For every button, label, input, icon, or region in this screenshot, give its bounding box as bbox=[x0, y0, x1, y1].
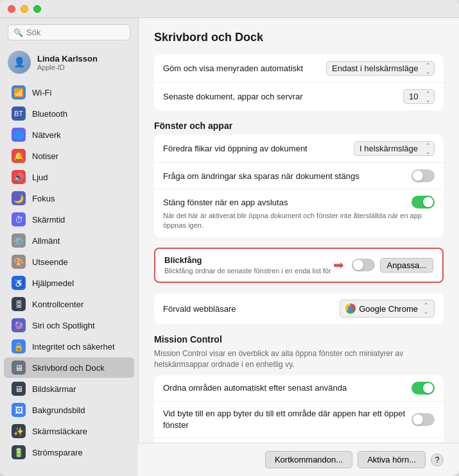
main-content: Skrivbord och Dock Göm och visa menyrade… bbox=[138, 18, 459, 443]
minimize-button[interactable] bbox=[21, 5, 28, 13]
sidebar-item-stromsparare[interactable]: 🔋 Strömsparare bbox=[4, 442, 134, 463]
blickfang-toggle[interactable] bbox=[352, 259, 375, 271]
sidebar-item-skrivbord[interactable]: 🖥 Skrivbord och Dock bbox=[4, 357, 134, 378]
sidebar-item-ljud[interactable]: 🔊 Ljud bbox=[4, 167, 134, 187]
sidebar-label-fokus: Fokus bbox=[32, 194, 55, 203]
sidebar-item-skarmtid[interactable]: ⏱ Skärmtid bbox=[4, 209, 134, 230]
blickfang-label: Blickfång bbox=[164, 255, 331, 265]
foredra-select-wrapper[interactable]: I helskärmsläge Alltid Manuellt ⌃⌄ bbox=[354, 141, 435, 156]
sidebar-label-skarmtid: Skärmtid bbox=[32, 215, 65, 225]
sidebar-item-siri[interactable]: 🔮 Siri och Spotlight bbox=[4, 315, 134, 336]
close-button[interactable] bbox=[8, 5, 15, 13]
fraga-toggle[interactable] bbox=[411, 169, 435, 182]
menubar-label: Göm och visa menyraden automatiskt bbox=[163, 64, 303, 73]
browser-value-text: Google Chrome bbox=[359, 304, 418, 314]
search-input[interactable] bbox=[26, 28, 125, 37]
integritet-icon: 🔒 bbox=[12, 339, 26, 353]
foredra-select[interactable]: I helskärmsläge Alltid Manuellt bbox=[354, 141, 435, 156]
avatar: 👤 bbox=[8, 51, 31, 74]
browser-row: Förvald webbläsare Google Chrome ⌃⌄ bbox=[154, 293, 444, 324]
mission-control-desc: Mission Control visar en överblick av al… bbox=[154, 348, 444, 370]
sidebar-nav: 📶 Wi-Fi BT Bluetooth 🌐 Nätverk 🔔 Notiser… bbox=[0, 81, 138, 463]
hjalpmedel-icon: ♿ bbox=[12, 276, 26, 290]
sidebar-item-allman[interactable]: ⚙️ Allmänt bbox=[4, 230, 134, 251]
sidebar-item-fokus[interactable]: 🌙 Fokus bbox=[4, 188, 134, 208]
vid-byte-row: Vid byte till en app byter du till ett o… bbox=[154, 401, 444, 438]
stang-toggle[interactable] bbox=[411, 196, 435, 208]
bottom-bar: Kortkommandon... Aktiva hörn... ? bbox=[138, 443, 459, 476]
foredra-label: Föredra flikar vid öppning av dokument bbox=[163, 144, 307, 153]
kortkommandon-button[interactable]: Kortkommandon... bbox=[265, 451, 352, 468]
sidebar-item-natverk[interactable]: 🌐 Nätverk bbox=[4, 124, 134, 145]
bluetooth-icon: BT bbox=[12, 106, 26, 121]
chevron-down-icon4: ⌃⌄ bbox=[424, 302, 429, 315]
strom-icon: 🔋 bbox=[12, 445, 26, 459]
sidebar-label-integritet: Integritet och säkerhet bbox=[32, 342, 115, 352]
arrow-icon: ➡ bbox=[333, 257, 344, 273]
browser-select[interactable]: Google Chrome ⌃⌄ bbox=[340, 300, 435, 318]
top-settings-group: Göm och visa menyraden automatiskt Endas… bbox=[154, 55, 444, 110]
ordna-toggle[interactable] bbox=[411, 382, 435, 395]
menubar-select[interactable]: Endast i helskärmsläge Alltid Aldrig bbox=[326, 61, 435, 76]
anpassa-button[interactable]: Anpassa... bbox=[380, 258, 433, 273]
sidebar-label-skarmslackare: Skärmsläckare bbox=[32, 427, 87, 436]
sidebar-item-bildskarm[interactable]: 🖥 Bildskärmar bbox=[4, 378, 134, 399]
sidebar-label-skrivbord: Skrivbord och Dock bbox=[32, 363, 105, 373]
sidebar-item-wifi[interactable]: 📶 Wi-Fi bbox=[4, 82, 134, 103]
user-name: Linda Karlsson bbox=[37, 54, 98, 64]
recent-docs-select[interactable]: 10 5 15 20 bbox=[403, 89, 435, 104]
blickfang-top: Blickfång Blickfång ordnar de senaste fö… bbox=[164, 255, 433, 275]
recent-docs-label: Senaste dokument, appar och servrar bbox=[163, 92, 303, 101]
menubar-select-wrapper[interactable]: Endast i helskärmsläge Alltid Aldrig ⌃⌄ bbox=[326, 61, 435, 76]
question-mark-icon: ? bbox=[435, 455, 440, 464]
maximize-button[interactable] bbox=[33, 5, 41, 13]
sidebar: 🔍 👤 Linda Karlsson Apple-ID 📶 Wi-Fi bbox=[0, 18, 138, 476]
sidebar-item-skarmslackare[interactable]: ✨ Skärmsläckare bbox=[4, 421, 134, 441]
network-icon: 🌐 bbox=[12, 128, 26, 142]
sidebar-item-hjalpmedel[interactable]: ♿ Hjälpmedel bbox=[4, 273, 134, 293]
main-window: 🔍 👤 Linda Karlsson Apple-ID 📶 Wi-Fi bbox=[0, 0, 459, 476]
sidebar-label-siri: Siri och Spotlight bbox=[32, 321, 95, 330]
sidebar-label-ljud: Ljud bbox=[32, 173, 48, 182]
sidebar-label-stromsparare: Strömsparare bbox=[32, 448, 83, 457]
allman-icon: ⚙️ bbox=[12, 234, 26, 248]
ljud-icon: 🔊 bbox=[12, 170, 26, 184]
sidebar-item-utseende[interactable]: 🎨 Utseende bbox=[4, 251, 134, 272]
search-icon: 🔍 bbox=[13, 28, 23, 37]
fraga-label: Fråga om ändringar ska sparas när dokume… bbox=[163, 171, 359, 181]
blickfang-text: Blickfång Blickfång ordnar de senaste fö… bbox=[164, 255, 331, 275]
vid-byte-toggle[interactable] bbox=[411, 413, 435, 426]
bakgrund-icon: 🖼 bbox=[12, 403, 26, 417]
search-bar[interactable]: 🔍 bbox=[8, 24, 130, 40]
gruppera-row: Gruppera fönster efter app bbox=[154, 438, 444, 443]
browser-label: Förvald webbläsare bbox=[163, 304, 236, 314]
sidebar-item-bakgrundsbild[interactable]: 🖼 Bakgrundsbild bbox=[4, 400, 134, 420]
sidebar-label-utseende: Utseende bbox=[32, 257, 68, 267]
bildskarm-icon: 🖥 bbox=[12, 382, 26, 396]
user-info: Linda Karlsson Apple-ID bbox=[37, 54, 98, 71]
vid-byte-label: Vid byte till en app byter du till ett o… bbox=[163, 408, 407, 431]
skrivbord-icon: 🖥 bbox=[12, 361, 26, 375]
fraga-row: Fråga om ändringar ska sparas när dokume… bbox=[154, 162, 444, 189]
menubar-row: Göm och visa menyraden automatiskt Endas… bbox=[154, 55, 444, 82]
aktiva-horn-button[interactable]: Aktiva hörn... bbox=[358, 451, 426, 468]
help-button[interactable]: ? bbox=[431, 454, 444, 466]
user-sub: Apple-ID bbox=[37, 64, 98, 71]
content-area: 🔍 👤 Linda Karlsson Apple-ID 📶 Wi-Fi bbox=[0, 18, 459, 476]
recent-docs-row: Senaste dokument, appar och servrar 10 5… bbox=[154, 82, 444, 110]
ordna-label: Ordna områden automatiskt efter senast a… bbox=[163, 383, 347, 393]
user-section[interactable]: 👤 Linda Karlsson Apple-ID bbox=[0, 46, 138, 79]
chrome-icon bbox=[345, 303, 356, 314]
fokus-icon: 🌙 bbox=[12, 191, 26, 205]
sidebar-label-wifi: Wi-Fi bbox=[32, 88, 51, 98]
sidebar-item-kontroll[interactable]: 🎛 Kontrollcenter bbox=[4, 294, 134, 314]
utseende-icon: 🎨 bbox=[12, 255, 26, 269]
sidebar-item-integritet[interactable]: 🔒 Integritet och säkerhet bbox=[4, 336, 134, 357]
sidebar-item-bluetooth[interactable]: BT Bluetooth bbox=[4, 103, 134, 124]
fonster-group: Föredra flikar vid öppning av dokument I… bbox=[154, 135, 444, 237]
recent-docs-select-wrapper[interactable]: 10 5 15 20 ⌃⌄ bbox=[403, 89, 435, 104]
sidebar-item-notiser[interactable]: 🔔 Notiser bbox=[4, 146, 134, 166]
titlebar bbox=[0, 0, 459, 18]
skarmsl-icon: ✨ bbox=[12, 424, 26, 438]
blickfang-row: Blickfång Blickfång ordnar de senaste fö… bbox=[154, 248, 444, 283]
